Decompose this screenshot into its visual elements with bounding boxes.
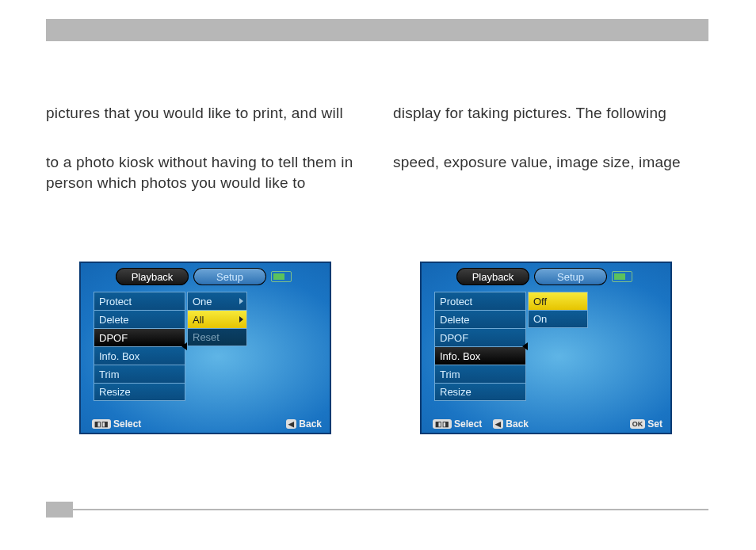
sub-menu-list-right: Off On — [528, 292, 588, 328]
menu-item-resize[interactable]: Resize — [94, 383, 185, 401]
menu-item-protect[interactable]: Protect — [434, 292, 526, 310]
menu-item-trim[interactable]: Trim — [94, 365, 185, 383]
chevron-right-icon — [239, 316, 243, 323]
left-text-column: pictures that you would like to print, a… — [46, 103, 363, 222]
back-icon: ◀ — [286, 419, 296, 429]
footer-select: ◧◨ Select — [433, 418, 482, 430]
footer-back-label: Back — [299, 418, 322, 430]
submenu-pointer-icon — [522, 342, 528, 350]
tab-playback[interactable]: Playback — [456, 268, 529, 285]
right-paragraph-1: display for taking pictures. The followi… — [393, 103, 710, 124]
camera-menu-dpof: Playback Setup Protect Delete DPOF Info.… — [79, 262, 331, 434]
menu-item-protect[interactable]: Protect — [94, 292, 185, 310]
footer-back: ◀ Back — [286, 418, 322, 430]
menu-item-resize[interactable]: Resize — [434, 383, 526, 401]
main-menu-list-left: Protect Delete DPOF Info. Box Trim Resiz… — [94, 292, 185, 401]
dpad-icon: ◧◨ — [92, 419, 111, 429]
right-text-column: display for taking pictures. The followi… — [393, 103, 710, 201]
page-number-tab — [46, 502, 73, 518]
sub-item-all[interactable]: All — [187, 310, 247, 328]
tab-bar: Playback Setup — [456, 268, 632, 285]
sub-menu-list-left: One All Reset — [187, 292, 247, 346]
menu-item-infobox[interactable]: Info. Box — [94, 346, 185, 365]
footer-divider — [46, 509, 708, 510]
ok-icon: OK — [630, 419, 646, 429]
sub-item-label: On — [533, 313, 547, 325]
menu-item-label: DPOF — [99, 332, 128, 344]
menu-item-label: Info. Box — [440, 350, 480, 362]
menu-item-dpof[interactable]: DPOF — [434, 328, 526, 346]
sub-item-off[interactable]: Off — [528, 292, 588, 310]
chevron-right-icon — [239, 298, 243, 304]
footer-set: OK Set — [630, 418, 662, 430]
footer-select-label: Select — [113, 418, 141, 430]
main-menu-list-right: Protect Delete DPOF Info. Box Trim Resiz… — [434, 292, 526, 401]
left-paragraph-2: to a photo kiosk without having to tell … — [46, 152, 363, 193]
battery-icon — [271, 271, 292, 282]
sub-item-label: Off — [533, 296, 547, 307]
menu-footer-left: ◧◨ Select ◀ Back — [92, 418, 322, 430]
back-icon: ◀ — [493, 419, 503, 429]
footer-select: ◧◨ Select — [92, 418, 141, 430]
menu-item-delete[interactable]: Delete — [94, 310, 185, 328]
menu-item-infobox[interactable]: Info. Box — [434, 346, 526, 365]
header-divider — [46, 19, 708, 41]
sub-item-label: All — [193, 314, 204, 326]
sub-item-label: Reset — [193, 331, 220, 343]
battery-icon — [612, 271, 632, 282]
sub-item-label: One — [193, 296, 212, 307]
sub-item-one[interactable]: One — [187, 292, 247, 310]
menu-footer-right: ◧◨ Select ◀ Back OK Set — [433, 418, 662, 430]
tab-setup[interactable]: Setup — [193, 268, 266, 285]
footer-select-label: Select — [454, 418, 482, 430]
left-paragraph-1: pictures that you would like to print, a… — [46, 103, 363, 124]
tab-bar: Playback Setup — [116, 268, 292, 285]
menu-item-trim[interactable]: Trim — [434, 365, 526, 383]
footer-back: ◀ Back — [493, 418, 529, 430]
camera-menu-infobox: Playback Setup Protect Delete DPOF Info.… — [420, 262, 672, 434]
tab-setup[interactable]: Setup — [534, 268, 607, 285]
footer-back-label: Back — [506, 418, 529, 430]
submenu-pointer-icon — [181, 342, 187, 350]
right-paragraph-2: speed, exposure value, image size, image — [393, 152, 710, 173]
sub-item-reset[interactable]: Reset — [187, 328, 247, 346]
dpad-icon: ◧◨ — [433, 419, 452, 429]
tab-playback[interactable]: Playback — [116, 268, 189, 285]
menu-item-delete[interactable]: Delete — [434, 310, 526, 328]
footer-set-label: Set — [647, 418, 662, 430]
menu-item-dpof[interactable]: DPOF — [94, 328, 185, 346]
sub-item-on[interactable]: On — [528, 310, 588, 328]
